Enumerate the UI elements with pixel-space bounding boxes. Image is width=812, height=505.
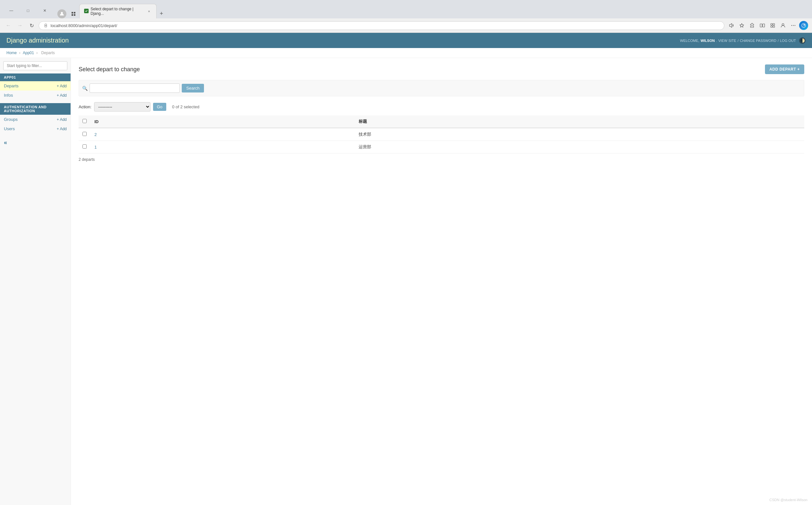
sidebar-groups-add[interactable]: + Add bbox=[57, 117, 67, 122]
refresh-button[interactable]: ↻ bbox=[27, 21, 36, 30]
header-title: 标题 bbox=[355, 115, 804, 128]
watermark: CSDN @student-Wilson bbox=[770, 498, 807, 502]
breadcrumb: Home › App01 › Departs bbox=[0, 48, 812, 58]
new-tab-button[interactable]: + bbox=[157, 9, 166, 18]
collections-button[interactable] bbox=[768, 21, 777, 30]
window-controls: — □ ✕ bbox=[4, 5, 52, 16]
action-select[interactable]: ---------- Delete selected departs bbox=[94, 102, 151, 112]
header-sep2: / bbox=[738, 39, 739, 42]
change-password-link[interactable]: CHANGE PASSWORD bbox=[740, 39, 776, 42]
search-button[interactable]: Search bbox=[182, 84, 204, 93]
row-count: 2 departs bbox=[78, 157, 804, 162]
username: WILSON bbox=[700, 39, 715, 42]
sidebar-collapse-button[interactable]: « bbox=[0, 137, 70, 149]
sidebar-section-auth: AUTHENTICATION AND AUTHORIZATION Groups … bbox=[0, 103, 70, 133]
action-go-button[interactable]: Go bbox=[153, 103, 166, 111]
svg-point-17 bbox=[795, 25, 795, 26]
content-area: Select depart to change ADD DEPART + 🔍 S… bbox=[71, 58, 812, 505]
browser-extensions-button[interactable] bbox=[748, 21, 757, 30]
site-title: Django administration bbox=[6, 37, 69, 44]
extensions-btn[interactable] bbox=[69, 9, 78, 18]
header-separator1: . bbox=[716, 39, 717, 42]
svg-rect-13 bbox=[773, 26, 775, 27]
tab-close-button[interactable]: × bbox=[146, 8, 152, 14]
log-out-link[interactable]: LOG OUT bbox=[780, 39, 796, 42]
sidebar-item-groups[interactable]: Groups + Add bbox=[0, 115, 70, 124]
breadcrumb-app[interactable]: App01 bbox=[23, 50, 34, 55]
selected-count: 0 of 2 selected bbox=[172, 105, 199, 109]
header-user-info: WELCOME, WILSON . VIEW SITE / CHANGE PAS… bbox=[680, 37, 806, 44]
svg-rect-2 bbox=[74, 12, 75, 14]
svg-rect-10 bbox=[771, 23, 772, 25]
search-icon: 🔍 bbox=[82, 86, 88, 91]
table-header-row: ID 标题 bbox=[78, 115, 804, 128]
row-id-link-1[interactable]: 2 bbox=[94, 132, 97, 137]
row-title-2: 运营部 bbox=[355, 141, 804, 153]
tabs-bar: Select depart to change | Djang... × + bbox=[55, 4, 169, 18]
svg-rect-1 bbox=[71, 12, 73, 14]
dark-mode-toggle[interactable]: 🌓 bbox=[799, 37, 806, 44]
header-sep3: / bbox=[778, 39, 779, 42]
page-title: Select depart to change bbox=[78, 66, 140, 73]
header-checkbox-col bbox=[78, 115, 90, 128]
sidebar-infos-link[interactable]: Infos bbox=[4, 93, 13, 98]
profile-icon[interactable] bbox=[57, 9, 66, 18]
split-screen-button[interactable] bbox=[758, 21, 767, 30]
data-table: ID 标题 2 技术部 bbox=[78, 115, 804, 153]
view-site-link[interactable]: VIEW SITE bbox=[718, 39, 736, 42]
sidebar-filter-input[interactable] bbox=[3, 61, 67, 70]
svg-rect-9 bbox=[763, 24, 765, 27]
favorites-button[interactable] bbox=[737, 21, 746, 30]
browser-titlebar: — □ ✕ Select depart to change | Djang...… bbox=[0, 0, 812, 18]
sidebar-section-title-app01: APP01 bbox=[0, 73, 70, 81]
svg-rect-11 bbox=[773, 23, 775, 25]
tab-title: Select depart to change | Djang... bbox=[90, 7, 144, 16]
row-checkbox-2[interactable] bbox=[82, 144, 87, 149]
forward-button[interactable]: → bbox=[15, 21, 24, 30]
sidebar-groups-link[interactable]: Groups bbox=[4, 117, 18, 122]
lock-icon bbox=[43, 23, 48, 28]
sidebar-item-users[interactable]: Users + Add bbox=[0, 124, 70, 133]
close-button[interactable]: ✕ bbox=[37, 5, 52, 16]
breadcrumb-sep1: › bbox=[19, 50, 21, 55]
minimize-button[interactable]: — bbox=[4, 5, 19, 16]
svg-rect-3 bbox=[71, 14, 73, 16]
search-input[interactable] bbox=[89, 83, 180, 93]
row-title-1: 技术部 bbox=[355, 128, 804, 141]
read-aloud-button[interactable] bbox=[727, 21, 736, 30]
sidebar-item-infos[interactable]: Infos + Add bbox=[0, 91, 70, 100]
sidebar-users-link[interactable]: Users bbox=[4, 126, 15, 131]
tab-active[interactable]: Select depart to change | Djang... × bbox=[79, 4, 157, 18]
table-row: 2 技术部 bbox=[78, 128, 804, 141]
select-all-checkbox[interactable] bbox=[82, 119, 87, 123]
sidebar-section-app01: APP01 Departs + Add Infos + Add bbox=[0, 73, 70, 100]
breadcrumb-home[interactable]: Home bbox=[6, 50, 17, 55]
sidebar-item-departs[interactable]: Departs + Add bbox=[0, 81, 70, 91]
add-depart-button[interactable]: ADD DEPART + bbox=[765, 64, 804, 74]
svg-point-14 bbox=[782, 23, 784, 25]
main-layout: APP01 Departs + Add Infos + Add AUTHENTI… bbox=[0, 58, 812, 505]
row-checkbox-1[interactable] bbox=[82, 132, 87, 136]
sidebar-departs-link[interactable]: Departs bbox=[4, 83, 19, 88]
table-row: 1 运营部 bbox=[78, 141, 804, 153]
sidebar-departs-add[interactable]: + Add bbox=[57, 84, 67, 88]
row-checkbox-col-2 bbox=[78, 141, 90, 153]
browser-profile-button[interactable] bbox=[779, 21, 788, 30]
row-checkbox-col bbox=[78, 128, 90, 141]
svg-rect-4 bbox=[74, 14, 75, 16]
address-bar[interactable]: localhost:8000/admin/app01/depart/ bbox=[39, 21, 724, 30]
add-btn-icon: + bbox=[797, 67, 800, 71]
back-button[interactable]: ← bbox=[4, 21, 13, 30]
sidebar-infos-add[interactable]: + Add bbox=[57, 93, 67, 98]
svg-rect-8 bbox=[760, 24, 762, 27]
sidebar-users-add[interactable]: + Add bbox=[57, 127, 67, 131]
svg-point-15 bbox=[791, 25, 792, 26]
maximize-button[interactable]: □ bbox=[21, 5, 35, 16]
edge-copilot-button[interactable] bbox=[799, 21, 808, 30]
row-id-link-2[interactable]: 1 bbox=[94, 145, 97, 150]
add-btn-label: ADD DEPART bbox=[770, 67, 796, 71]
breadcrumb-sep2: › bbox=[36, 50, 39, 55]
more-options-button[interactable] bbox=[789, 21, 798, 30]
welcome-text: WELCOME, bbox=[680, 39, 699, 42]
svg-point-16 bbox=[793, 25, 794, 26]
